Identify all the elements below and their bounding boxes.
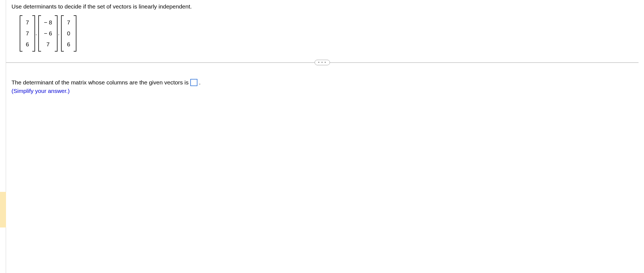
vector-2: − 8 − 6 7 xyxy=(38,15,58,52)
vectors-row: 7 7 6 , − 8 − 6 7 , 7 0 6 xyxy=(20,15,639,52)
bracket-right xyxy=(74,15,76,52)
left-highlight-marker xyxy=(0,192,6,228)
separator-2: , xyxy=(58,31,59,36)
bracket-right xyxy=(55,15,58,52)
vector-3-entry-2: 0 xyxy=(65,28,73,39)
bracket-left xyxy=(20,15,22,52)
vector-1-entry-2: 7 xyxy=(24,28,31,39)
vector-3-entry-3: 6 xyxy=(65,39,73,50)
answer-note: (Simplify your answer.) xyxy=(12,88,639,94)
vector-3-entry-1: 7 xyxy=(65,17,73,28)
problem-instruction: Use determinants to decide if the set of… xyxy=(12,3,639,10)
answer-prefix: The determinant of the matrix whose colu… xyxy=(12,79,189,86)
section-divider: • • • xyxy=(6,60,639,65)
content-area: Use determinants to decide if the set of… xyxy=(6,0,644,273)
bracket-right xyxy=(32,15,35,52)
answer-input[interactable] xyxy=(190,79,197,86)
vector-2-column: − 8 − 6 7 xyxy=(41,15,55,52)
bracket-left xyxy=(61,15,64,52)
vector-2-entry-3: 7 xyxy=(42,39,54,50)
separator-1: , xyxy=(36,31,37,36)
answer-line: The determinant of the matrix whose colu… xyxy=(12,79,639,86)
vector-2-entry-1: − 8 xyxy=(42,17,54,28)
vector-2-entry-2: − 6 xyxy=(42,28,54,39)
vector-3-column: 7 0 6 xyxy=(64,15,74,52)
vector-1-entry-3: 6 xyxy=(24,39,31,50)
answer-suffix: . xyxy=(199,79,201,86)
bracket-left xyxy=(38,15,41,52)
vector-1: 7 7 6 xyxy=(20,15,35,52)
left-border-strip xyxy=(0,0,6,273)
expand-button[interactable]: • • • xyxy=(315,60,330,65)
vector-1-column: 7 7 6 xyxy=(22,15,32,52)
vector-3: 7 0 6 xyxy=(61,15,76,52)
vector-1-entry-1: 7 xyxy=(24,17,31,28)
